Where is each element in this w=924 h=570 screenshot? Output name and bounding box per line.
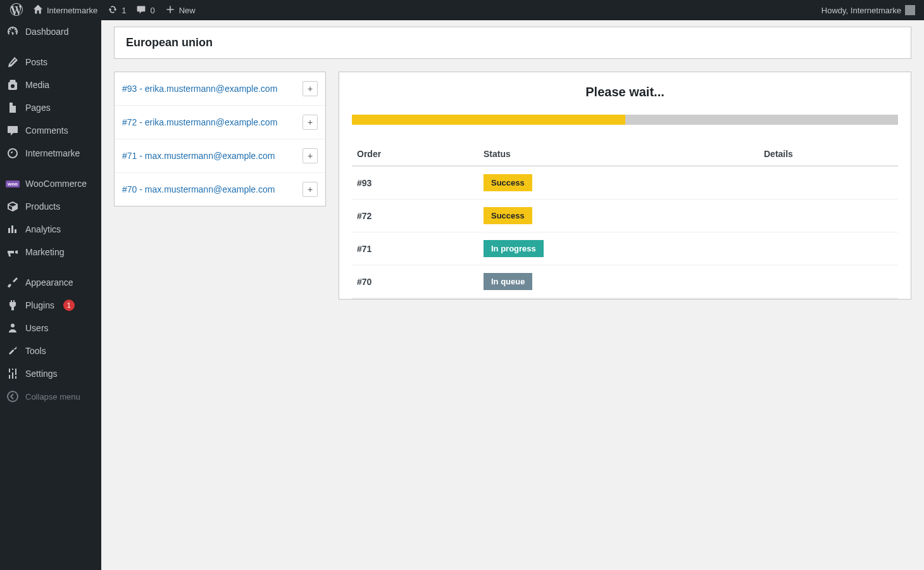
admin-bar: Internetmarke 1 0 New Howdy, Internetmar… — [0, 0, 924, 20]
sidebar-item-pages[interactable]: Pages — [0, 96, 101, 119]
status-order-cell: #70 — [352, 265, 478, 299]
status-order-cell: #71 — [352, 232, 478, 265]
expand-button[interactable]: + — [303, 115, 318, 130]
analytics-icon — [6, 223, 19, 236]
status-order-cell: #93 — [352, 166, 478, 200]
order-link[interactable]: #71 - max.mustermann@example.com — [122, 151, 275, 161]
orders-panel: #93 - erika.mustermann@example.com + #72… — [114, 72, 326, 206]
sidebar-item-marketing[interactable]: Marketing — [0, 241, 101, 263]
status-badge: Success — [484, 207, 532, 224]
sidebar-item-label: WooCommerce — [25, 179, 87, 189]
status-order-cell: #72 — [352, 200, 478, 232]
new-label: New — [179, 6, 196, 15]
order-item: #70 - max.mustermann@example.com + — [115, 173, 325, 206]
media-icon — [6, 79, 19, 91]
status-table: Order Status Details #93 Success #72 Suc… — [352, 142, 898, 299]
sidebar-item-label: Pages — [25, 103, 51, 113]
sidebar-item-dashboard[interactable]: Dashboard — [0, 20, 101, 43]
sidebar-item-label: Analytics — [25, 224, 61, 234]
sidebar-item-label: Media — [25, 80, 49, 90]
updates-count: 1 — [122, 6, 126, 15]
pages-icon — [6, 101, 19, 114]
sidebar-separator — [0, 165, 101, 172]
dashboard-icon — [6, 25, 19, 38]
order-item: #71 - max.mustermann@example.com + — [115, 139, 325, 173]
products-icon — [6, 200, 19, 213]
comments-count: 0 — [150, 6, 154, 15]
wordpress-icon — [10, 3, 23, 18]
status-row: #72 Success — [352, 200, 898, 232]
sidebar-separator — [0, 43, 101, 51]
site-name-text: Internetmarke — [47, 6, 97, 15]
expand-button[interactable]: + — [303, 148, 318, 163]
sidebar-item-internetmarke[interactable]: Internetmarke — [0, 142, 101, 165]
status-details-cell — [759, 265, 898, 299]
status-details-cell — [759, 232, 898, 265]
woocommerce-icon: woo — [6, 177, 19, 190]
avatar — [905, 5, 915, 15]
plus-icon — [165, 4, 175, 16]
status-badge: Success — [484, 174, 532, 191]
order-link[interactable]: #70 - max.mustermann@example.com — [122, 184, 275, 194]
sidebar-item-label: Dashboard — [25, 27, 69, 37]
posts-icon — [6, 56, 19, 68]
sidebar-item-analytics[interactable]: Analytics — [0, 218, 101, 241]
comments-link[interactable]: 0 — [131, 0, 159, 20]
sidebar-item-products[interactable]: Products — [0, 195, 101, 218]
order-link[interactable]: #72 - erika.mustermann@example.com — [122, 117, 277, 127]
sidebar-item-label: Marketing — [25, 247, 64, 257]
wp-logo[interactable] — [5, 0, 28, 20]
main-content: European union #93 - erika.mustermann@ex… — [101, 20, 924, 312]
status-details-cell — [759, 200, 898, 232]
new-content-link[interactable]: New — [160, 0, 201, 20]
expand-button[interactable]: + — [303, 182, 318, 197]
comments-icon — [6, 124, 19, 137]
sidebar-item-posts[interactable]: Posts — [0, 51, 101, 73]
sidebar-item-label: Comments — [25, 125, 68, 136]
account-link[interactable]: Howdy, Internetmarke — [821, 5, 919, 15]
page-title: European union — [126, 36, 899, 49]
plugins-icon — [6, 299, 19, 312]
sidebar-item-label: Appearance — [25, 277, 73, 288]
sidebar-item-label: Posts — [25, 57, 47, 67]
marketing-icon — [6, 246, 19, 258]
status-row: #71 In progress — [352, 232, 898, 265]
status-panel: Please wait... Order Status Details #93 … — [339, 72, 911, 300]
order-item: #72 - erika.mustermann@example.com + — [115, 106, 325, 139]
content-row: #93 - erika.mustermann@example.com + #72… — [114, 72, 911, 300]
admin-sidebar: Dashboard Posts Media Pages Comments Int… — [0, 20, 101, 312]
status-row: #93 Success — [352, 166, 898, 200]
sidebar-item-label: Products — [25, 201, 60, 212]
order-link[interactable]: #93 - erika.mustermann@example.com — [122, 84, 277, 94]
status-row: #70 In queue — [352, 265, 898, 299]
plugins-update-badge: 1 — [63, 300, 75, 311]
sidebar-item-label: Internetmarke — [25, 148, 80, 158]
sidebar-item-label: Plugins — [25, 300, 54, 310]
appearance-icon — [6, 276, 19, 289]
status-heading: Please wait... — [352, 85, 898, 99]
sidebar-item-media[interactable]: Media — [0, 73, 101, 96]
progress-bar — [352, 115, 898, 125]
site-name-link[interactable]: Internetmarke — [28, 0, 103, 20]
expand-button[interactable]: + — [303, 81, 318, 96]
sidebar-item-plugins[interactable]: Plugins 1 — [0, 294, 101, 312]
page-header: European union — [114, 27, 911, 59]
greeting-text: Howdy, Internetmarke — [821, 6, 901, 15]
updates-link[interactable]: 1 — [103, 0, 131, 20]
admin-bar-left: Internetmarke 1 0 New — [5, 0, 201, 20]
col-details-header: Details — [759, 142, 898, 166]
sidebar-item-comments[interactable]: Comments — [0, 119, 101, 142]
sidebar-item-woocommerce[interactable]: woo WooCommerce — [0, 172, 101, 195]
update-icon — [108, 4, 118, 16]
sidebar-item-appearance[interactable]: Appearance — [0, 271, 101, 294]
comment-icon — [136, 4, 146, 16]
status-badge: In progress — [484, 240, 544, 257]
internetmarke-icon — [6, 147, 19, 160]
col-order-header: Order — [352, 142, 478, 166]
sidebar-separator — [0, 263, 101, 271]
status-badge: In queue — [484, 273, 532, 290]
col-status-header: Status — [478, 142, 759, 166]
order-item: #93 - erika.mustermann@example.com + — [115, 72, 325, 106]
progress-fill — [352, 115, 625, 125]
status-details-cell — [759, 166, 898, 200]
